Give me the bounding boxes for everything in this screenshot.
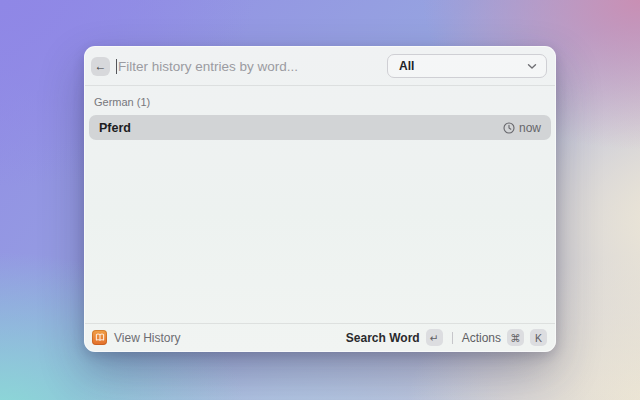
search-topbar: ← All: [85, 47, 555, 86]
chevron-down-icon: [527, 63, 537, 70]
clock-icon: [503, 122, 515, 134]
command-key-icon: ⌘: [507, 329, 524, 346]
open-book-icon: [92, 330, 107, 345]
history-list: German (1) Pferd now: [85, 86, 555, 323]
status-bar-left: View History: [92, 330, 180, 345]
filter-dropdown[interactable]: All: [387, 54, 547, 78]
back-button[interactable]: ←: [91, 57, 110, 76]
divider: [452, 332, 453, 344]
back-arrow-icon: ←: [95, 59, 107, 73]
status-bar: View History Search Word ↵ Actions ⌘ K: [85, 323, 555, 351]
app-label: View History: [114, 331, 180, 345]
search-field-wrap: [116, 59, 387, 74]
section-header: German (1): [89, 90, 551, 115]
actions-menu-button[interactable]: Actions ⌘ K: [462, 329, 547, 346]
primary-action[interactable]: Search Word ↵: [346, 329, 443, 346]
primary-action-label: Search Word: [346, 331, 420, 345]
desktop-background: { "background": { "corner_colors": { "to…: [0, 0, 640, 400]
list-item-pferd[interactable]: Pferd now: [89, 115, 551, 140]
return-key-icon: ↵: [426, 329, 443, 346]
list-item-title: Pferd: [99, 121, 131, 135]
list-item-meta: now: [503, 121, 541, 135]
k-key-icon: K: [530, 329, 547, 346]
status-bar-right: Search Word ↵ Actions ⌘ K: [346, 329, 547, 346]
filter-dropdown-value: All: [399, 59, 414, 73]
list-item-time: now: [519, 121, 541, 135]
search-input[interactable]: [117, 59, 387, 74]
history-window: ← All German (1) Pferd now: [84, 46, 556, 352]
actions-label: Actions: [462, 331, 501, 345]
